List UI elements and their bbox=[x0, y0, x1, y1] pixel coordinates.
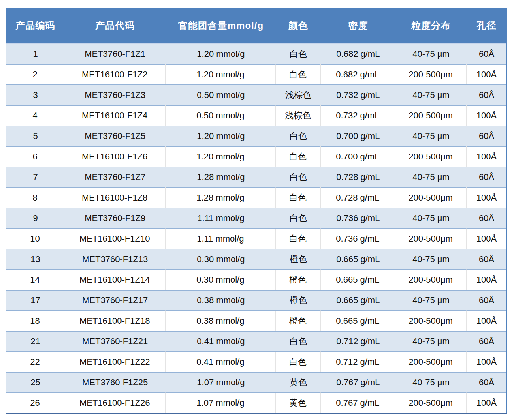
column-header-3: 官能团含量mmol/g bbox=[166, 8, 276, 44]
product-spec-table: 产品编码产品代码官能团含量mmol/g颜色密度粒度分布孔径 1MET3760-F… bbox=[6, 8, 507, 414]
pore-size-cell: 100Å bbox=[467, 64, 506, 84]
particle-size-cell: 200-500μm bbox=[395, 64, 467, 84]
density-cell: 0.665 g/mL bbox=[321, 269, 396, 290]
particle-size-cell: 200-500μm bbox=[395, 105, 467, 126]
product-code-cell: MET3760-F1Z21 bbox=[64, 331, 166, 351]
color-cell: 橙色 bbox=[276, 249, 321, 269]
product-number-cell: 5 bbox=[6, 126, 64, 146]
pore-size-cell: 100Å bbox=[467, 187, 506, 208]
particle-size-cell: 200-500μm bbox=[395, 269, 467, 290]
functional-group-content-cell: 0.30 mmol/g bbox=[166, 269, 276, 290]
pore-size-cell: 60Å bbox=[467, 290, 506, 310]
product-number-cell: 18 bbox=[6, 310, 64, 331]
product-number-cell: 13 bbox=[6, 249, 64, 269]
product-number-cell: 6 bbox=[6, 146, 64, 167]
product-code-cell: MET3760-F1Z17 bbox=[64, 290, 166, 310]
table-row: 22MET16100-F1Z220.41 mmol/g白色0.712 g/mL2… bbox=[6, 351, 506, 372]
functional-group-content-cell: 1.11 mmol/g bbox=[166, 208, 276, 228]
product-number-cell: 9 bbox=[6, 208, 64, 228]
particle-size-cell: 40-75 μm bbox=[395, 126, 467, 146]
density-cell: 0.728 g/mL bbox=[321, 187, 396, 208]
density-cell: 0.732 g/mL bbox=[321, 105, 396, 126]
product-code-cell: MET16100-F1Z26 bbox=[64, 392, 166, 413]
functional-group-content-cell: 1.28 mmol/g bbox=[166, 167, 276, 187]
functional-group-content-cell: 1.20 mmol/g bbox=[166, 64, 276, 84]
density-cell: 0.665 g/mL bbox=[321, 310, 396, 331]
product-number-cell: 17 bbox=[6, 290, 64, 310]
table-row: 17MET3760-F1Z170.38 mmol/g橙色0.665 g/mL40… bbox=[6, 290, 506, 310]
column-header-6: 粒度分布 bbox=[395, 8, 467, 44]
product-code-cell: MET16100-F1Z18 bbox=[64, 310, 166, 331]
particle-size-cell: 40-75 μm bbox=[395, 249, 467, 269]
functional-group-content-cell: 1.11 mmol/g bbox=[166, 228, 276, 249]
table-row: 10MET16100-F1Z101.11 mmol/g白色0.736 g/mL2… bbox=[6, 228, 506, 249]
page-canvas: 产品编码产品代码官能团含量mmol/g颜色密度粒度分布孔径 1MET3760-F… bbox=[0, 0, 512, 420]
pore-size-cell: 60Å bbox=[467, 208, 506, 228]
table-row: 26MET16100-F1Z261.07 mmol/g黄色0.767 g/mL2… bbox=[6, 392, 506, 413]
table-row: 21MET3760-F1Z210.41 mmol/g白色0.712 g/mL40… bbox=[6, 331, 506, 351]
color-cell: 白色 bbox=[276, 187, 321, 208]
color-cell: 白色 bbox=[276, 64, 321, 84]
density-cell: 0.700 g/mL bbox=[321, 126, 396, 146]
product-code-cell: MET3760-F1Z9 bbox=[64, 208, 166, 228]
table-row: 6MET16100-F1Z61.20 mmol/g白色0.700 g/mL200… bbox=[6, 146, 506, 167]
color-cell: 黄色 bbox=[276, 372, 321, 392]
pore-size-cell: 100Å bbox=[467, 146, 506, 167]
product-number-cell: 22 bbox=[6, 351, 64, 372]
table-row: 9MET3760-F1Z91.11 mmol/g白色0.736 g/mL40-7… bbox=[6, 208, 506, 228]
functional-group-content-cell: 1.20 mmol/g bbox=[166, 146, 276, 167]
particle-size-cell: 40-75 μm bbox=[395, 290, 467, 310]
product-code-cell: MET16100-F1Z14 bbox=[64, 269, 166, 290]
table-row: 3MET3760-F1Z30.50 mmol/g浅棕色0.732 g/mL40-… bbox=[6, 84, 506, 105]
functional-group-content-cell: 0.38 mmol/g bbox=[166, 290, 276, 310]
product-number-cell: 14 bbox=[6, 269, 64, 290]
product-code-cell: MET16100-F1Z4 bbox=[64, 105, 166, 126]
density-cell: 0.736 g/mL bbox=[321, 208, 396, 228]
pore-size-cell: 100Å bbox=[467, 105, 506, 126]
product-code-cell: MET16100-F1Z10 bbox=[64, 228, 166, 249]
pore-size-cell: 100Å bbox=[467, 228, 506, 249]
pore-size-cell: 60Å bbox=[467, 44, 506, 64]
particle-size-cell: 40-75 μm bbox=[395, 167, 467, 187]
density-cell: 0.665 g/mL bbox=[321, 290, 396, 310]
table-row: 4MET16100-F1Z40.50 mmol/g浅棕色0.732 g/mL20… bbox=[6, 105, 506, 126]
table-row: 2MET16100-F1Z21.20 mmol/g白色0.682 g/mL200… bbox=[6, 64, 506, 84]
density-cell: 0.728 g/mL bbox=[321, 167, 396, 187]
functional-group-content-cell: 1.07 mmol/g bbox=[166, 392, 276, 413]
table-row: 13MET3760-F1Z130.30 mmol/g橙色0.665 g/mL40… bbox=[6, 249, 506, 269]
color-cell: 白色 bbox=[276, 146, 321, 167]
density-cell: 0.767 g/mL bbox=[321, 392, 396, 413]
density-cell: 0.767 g/mL bbox=[321, 372, 396, 392]
product-code-cell: MET3760-F1Z5 bbox=[64, 126, 166, 146]
color-cell: 黄色 bbox=[276, 392, 321, 413]
pore-size-cell: 60Å bbox=[467, 249, 506, 269]
table-row: 7MET3760-F1Z71.28 mmol/g白色0.728 g/mL40-7… bbox=[6, 167, 506, 187]
functional-group-content-cell: 0.50 mmol/g bbox=[166, 84, 276, 105]
particle-size-cell: 200-500μm bbox=[395, 228, 467, 249]
table-row: 14MET16100-F1Z140.30 mmol/g橙色0.665 g/mL2… bbox=[6, 269, 506, 290]
density-cell: 0.682 g/mL bbox=[321, 64, 396, 84]
column-header-4: 颜色 bbox=[276, 8, 321, 44]
product-number-cell: 4 bbox=[6, 105, 64, 126]
pore-size-cell: 60Å bbox=[467, 372, 506, 392]
density-cell: 0.665 g/mL bbox=[321, 249, 396, 269]
particle-size-cell: 200-500μm bbox=[395, 392, 467, 413]
color-cell: 白色 bbox=[276, 208, 321, 228]
product-number-cell: 21 bbox=[6, 331, 64, 351]
functional-group-content-cell: 0.41 mmol/g bbox=[166, 331, 276, 351]
product-number-cell: 2 bbox=[6, 64, 64, 84]
color-cell: 白色 bbox=[276, 331, 321, 351]
pore-size-cell: 100Å bbox=[467, 269, 506, 290]
color-cell: 橙色 bbox=[276, 310, 321, 331]
table-header-row: 产品编码产品代码官能团含量mmol/g颜色密度粒度分布孔径 bbox=[6, 8, 506, 44]
product-code-cell: MET16100-F1Z6 bbox=[64, 146, 166, 167]
product-number-cell: 10 bbox=[6, 228, 64, 249]
product-code-cell: MET16100-F1Z2 bbox=[64, 64, 166, 84]
pore-size-cell: 100Å bbox=[467, 392, 506, 413]
color-cell: 白色 bbox=[276, 228, 321, 249]
particle-size-cell: 200-500μm bbox=[395, 146, 467, 167]
table-body: 1MET3760-F1Z11.20 mmol/g白色0.682 g/mL40-7… bbox=[6, 44, 506, 413]
product-spec-table-container: 产品编码产品代码官能团含量mmol/g颜色密度粒度分布孔径 1MET3760-F… bbox=[6, 8, 507, 414]
particle-size-cell: 40-75 μm bbox=[395, 372, 467, 392]
color-cell: 浅棕色 bbox=[276, 105, 321, 126]
